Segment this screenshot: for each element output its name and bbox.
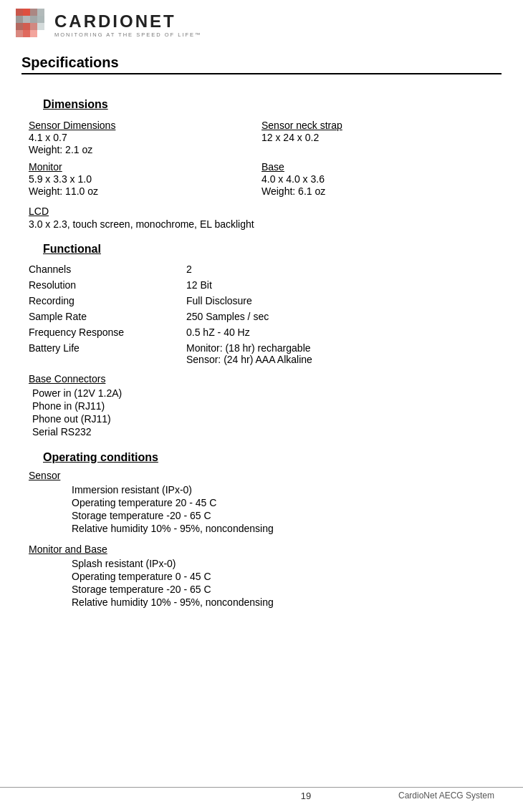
monitor-label: Monitor	[29, 161, 262, 173]
sensor-dimensions-value1: 4.1 x 0.7	[29, 132, 262, 143]
base-value1: 4.0 x 4.0 x 3.6	[262, 173, 494, 185]
recording-value: Full Disclosure	[186, 293, 494, 309]
battery-life-label: Battery Life	[29, 340, 186, 367]
logo-wrapper: CARDIONET MONITORING AT THE SPEED OF LIF…	[14, 7, 202, 42]
base-connectors-label: Base Connectors	[29, 373, 494, 385]
table-row: Recording Full Disclosure	[29, 293, 494, 309]
sensor-label: Sensor	[29, 470, 494, 481]
list-item: Serial RS232	[32, 425, 494, 438]
table-row: Channels 2	[29, 261, 494, 277]
cardionet-brand-text: CARDIONET MONITORING AT THE SPEED OF LIF…	[54, 11, 202, 38]
operating-conditions-header: Operating conditions	[43, 451, 494, 464]
base-connectors-section: Base Connectors Power in (12V 1.2A) Phon…	[29, 373, 494, 438]
resolution-label: Resolution	[29, 277, 186, 293]
sensor-neck-strap-cell: Sensor neck strap 12 x 24 x 0.2	[262, 117, 494, 158]
monitor-weight: Weight: 11.0 oz	[29, 185, 262, 197]
footer-spacer	[29, 791, 213, 801]
functional-table: Channels 2 Resolution 12 Bit Recording F…	[29, 261, 494, 367]
monitor-value1: 5.9 x 3.3 x 1.0	[29, 173, 262, 185]
channels-value: 2	[186, 261, 494, 277]
title-underline	[21, 73, 502, 74]
page-title-section: Specifications	[0, 47, 523, 78]
page-wrapper: CARDIONET MONITORING AT THE SPEED OF LIF…	[0, 0, 523, 812]
base-cell: Base 4.0 x 4.0 x 3.6 Weight: 6.1 oz	[262, 158, 494, 200]
lcd-section: LCD 3.0 x 2.3, touch screen, monochrome,…	[29, 206, 494, 230]
sensor-subsection: Sensor Immersion resistant (IPx-0) Opera…	[29, 470, 494, 535]
main-content: Dimensions Sensor Dimensions 4.1 x 0.7 W…	[0, 78, 523, 632]
cardionet-tagline: MONITORING AT THE SPEED OF LIFE™	[54, 32, 202, 38]
base-label: Base	[262, 161, 494, 173]
lcd-label: LCD	[29, 206, 494, 217]
sample-rate-label: Sample Rate	[29, 309, 186, 324]
sensor-neck-strap-value: 12 x 24 x 0.2	[262, 132, 494, 143]
table-row: Sample Rate 250 Samples / sec	[29, 309, 494, 324]
footer-page-number: 19	[213, 791, 398, 801]
sensor-details: Immersion resistant (IPx-0) Operating te…	[29, 483, 494, 535]
page-title: Specifications	[21, 54, 502, 71]
dimensions-grid: Sensor Dimensions 4.1 x 0.7 Weight: 2.1 …	[29, 117, 494, 200]
list-item: Phone in (RJ11)	[32, 400, 494, 412]
footer: 19 CardioNet AECG System	[0, 787, 523, 801]
frequency-response-value: 0.5 hZ - 40 Hz	[186, 324, 494, 340]
cardionet-name: CARDIONET	[54, 11, 202, 32]
recording-label: Recording	[29, 293, 186, 309]
sample-rate-value: 250 Samples / sec	[186, 309, 494, 324]
monitor-base-subsection: Monitor and Base Splash resistant (IPx-0…	[29, 543, 494, 609]
lcd-value: 3.0 x 2.3, touch screen, monochrome, EL …	[29, 218, 254, 230]
list-item: Phone out (RJ11)	[32, 412, 494, 425]
sensor-dimensions-cell: Sensor Dimensions 4.1 x 0.7 Weight: 2.1 …	[29, 117, 262, 158]
sensor-dimensions-label: Sensor Dimensions	[29, 120, 262, 131]
functional-section: Functional Channels 2 Resolution 12 Bit …	[29, 243, 494, 438]
battery-life-value: Monitor: (18 hr) rechargable Sensor: (24…	[186, 340, 494, 367]
cardionet-logo-icon	[14, 7, 50, 42]
sensor-dimensions-weight: Weight: 2.1 oz	[29, 144, 262, 155]
table-row: Battery Life Monitor: (18 hr) rechargabl…	[29, 340, 494, 367]
monitor-base-details: Splash resistant (IPx-0) Operating tempe…	[29, 557, 494, 609]
sensor-neck-strap-label: Sensor neck strap	[262, 120, 494, 131]
monitor-base-detail: Operating temperature 0 - 45 C	[72, 570, 494, 583]
sensor-detail: Storage temperature -20 - 65 C	[72, 509, 494, 522]
monitor-cell: Monitor 5.9 x 3.3 x 1.0 Weight: 11.0 oz	[29, 158, 262, 200]
monitor-base-detail: Splash resistant (IPx-0)	[72, 557, 494, 570]
table-row: Resolution 12 Bit	[29, 277, 494, 293]
dimensions-header: Dimensions	[43, 98, 494, 111]
svg-rect-7	[23, 23, 37, 37]
header: CARDIONET MONITORING AT THE SPEED OF LIF…	[0, 0, 523, 47]
monitor-base-detail: Storage temperature -20 - 65 C	[72, 583, 494, 596]
frequency-response-label: Frequency Response	[29, 324, 186, 340]
operating-conditions-section: Operating conditions Sensor Immersion re…	[29, 451, 494, 609]
list-item: Power in (12V 1.2A)	[32, 387, 494, 400]
sensor-detail: Immersion resistant (IPx-0)	[72, 483, 494, 496]
sensor-detail: Operating temperature 20 - 45 C	[72, 496, 494, 509]
dimensions-section: Dimensions Sensor Dimensions 4.1 x 0.7 W…	[29, 98, 494, 230]
base-weight: Weight: 6.1 oz	[262, 185, 494, 197]
resolution-value: 12 Bit	[186, 277, 494, 293]
base-connectors-list: Power in (12V 1.2A) Phone in (RJ11) Phon…	[29, 387, 494, 438]
table-row: Frequency Response 0.5 hZ - 40 Hz	[29, 324, 494, 340]
functional-header: Functional	[43, 243, 494, 256]
monitor-base-label: Monitor and Base	[29, 543, 494, 555]
footer-brand: CardioNet AECG System	[398, 791, 494, 801]
monitor-base-detail: Relative humidity 10% - 95%, noncondensi…	[72, 596, 494, 609]
sensor-detail: Relative humidity 10% - 95%, noncondensi…	[72, 522, 494, 535]
channels-label: Channels	[29, 261, 186, 277]
